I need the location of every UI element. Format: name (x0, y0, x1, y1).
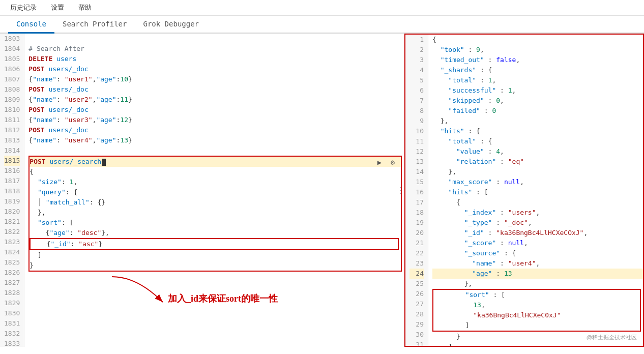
code-line: # Search After (28, 44, 404, 54)
json-line: "sort" : [ (433, 290, 640, 300)
code-line: {"age": "desc"}, (30, 228, 401, 238)
code-line: "size": 1, (30, 177, 401, 187)
json-line: "successful" : 1, (432, 85, 643, 96)
json-line: "total" : { (432, 136, 643, 146)
json-line: "_source" : { (432, 248, 643, 258)
json-line: "took" : 9, (432, 45, 643, 55)
json-line: }, (432, 116, 643, 126)
code-line (28, 293, 404, 303)
code-line: ] (30, 250, 401, 260)
json-line: "hits" : { (432, 126, 643, 136)
right-line-numbers: 1 2 3 4 5 6 7 8 9 10 11 12 13 14 15 16 1 (405, 35, 428, 346)
main-content: 1803 1804 1805 1806 1807 1808 1809 1810 … (0, 34, 644, 347)
json-line: ] (433, 320, 640, 331)
json-line: "relation" : "eq" (432, 157, 643, 167)
code-line (28, 334, 404, 344)
red-box-id-sort: {"_id": "asc"} (30, 238, 399, 250)
right-code-content: { "took" : 9, "timed_out" : false, "_sha… (428, 35, 643, 346)
json-response-border: 1 2 3 4 5 6 7 8 9 10 11 12 13 14 15 16 1 (404, 34, 644, 347)
settings-button[interactable]: ⚙ (388, 158, 398, 168)
left-code-content: # Search After DELETE users POST users/_… (24, 34, 404, 347)
json-line: "max_score" : null, (432, 177, 643, 187)
code-line: {"name": "user3","age":12} (28, 115, 404, 125)
menu-settings[interactable]: 设置 (49, 2, 66, 13)
tab-bar: Console Search Profiler Grok Debugger (0, 16, 644, 34)
active-query-block: ▶ ⚙ POST users/_search { "size": 1, "que… (28, 156, 402, 272)
json-line: ] (432, 342, 643, 346)
code-line (28, 313, 404, 323)
code-line: "sort": [ (30, 218, 401, 228)
code-line: {"name": "user2","age":11} (28, 95, 404, 105)
json-line: "_score" : null, (432, 238, 643, 248)
code-line: DELETE users (28, 54, 404, 64)
code-line (28, 323, 404, 334)
json-line: "total" : 1, (432, 75, 643, 85)
code-line (28, 344, 404, 347)
json-line: "ka36BngBc4LlHCXeC0xJ" (433, 310, 640, 320)
json-line: "failed" : 0 (432, 106, 643, 116)
tab-grok-debugger[interactable]: Grok Debugger (135, 16, 207, 34)
right-panel: 1 2 3 4 5 6 7 8 9 10 11 12 13 14 15 16 1 (404, 34, 644, 347)
code-line: {"name": "user4","age":13} (28, 135, 404, 145)
json-line: "skipped" : 0, (432, 96, 643, 106)
menu-history[interactable]: 历史记录 (8, 2, 39, 13)
menu-help[interactable]: 帮助 (76, 2, 94, 13)
json-line: }, (432, 279, 643, 289)
code-line (28, 273, 404, 283)
json-line: "_index" : "users", (432, 208, 643, 218)
query-toolbar: ▶ ⚙ (374, 158, 398, 168)
code-line: { (30, 167, 401, 177)
json-line: "hits" : [ (432, 187, 643, 197)
sort-red-box: "sort" : [ 13, "ka36BngBc4LlHCXeC0xJ" ] (432, 289, 641, 332)
json-line: "_type" : "_doc", (432, 218, 643, 228)
code-line: "query": { (30, 187, 401, 197)
code-line: {"_id": "asc"} (31, 239, 398, 249)
code-line (28, 145, 404, 156)
json-line-highlighted: "age" : 13 (432, 269, 643, 279)
code-line: POST users/_doc (28, 105, 404, 115)
code-line (28, 283, 404, 293)
json-line: "_id" : "ka36BngBc4LlHCXeCOxJ", (432, 228, 643, 238)
json-line: 13, (433, 300, 640, 310)
tab-console[interactable]: Console (8, 16, 54, 34)
code-line: }, (30, 208, 401, 218)
json-line: { (432, 197, 643, 208)
json-line: }, (432, 167, 643, 177)
drag-handle[interactable]: ⋮ (397, 34, 404, 347)
run-button[interactable]: ▶ (374, 158, 385, 168)
json-line: "timed_out" : false, (432, 55, 643, 65)
code-line: │ "match_all": {} (30, 197, 401, 208)
code-line (28, 303, 404, 313)
code-line: } (30, 260, 401, 271)
json-line: "_shards" : { (432, 65, 643, 75)
right-code-area[interactable]: 1 2 3 4 5 6 7 8 9 10 11 12 13 14 15 16 1 (405, 35, 643, 346)
menu-bar: 历史记录 设置 帮助 (0, 0, 644, 16)
code-line: POST users/_doc (28, 84, 404, 95)
json-line: "name" : "user4", (432, 258, 643, 269)
json-line: "value" : 4, (432, 146, 643, 157)
left-line-numbers: 1803 1804 1805 1806 1807 1808 1809 1810 … (0, 34, 24, 347)
tab-search-profiler[interactable]: Search Profiler (54, 16, 135, 34)
code-line: POST users/_search (30, 157, 401, 167)
code-line: POST users/_doc (28, 64, 404, 74)
code-line: {"name": "user1","age":10} (28, 74, 404, 84)
code-line (28, 34, 404, 44)
left-panel: 1803 1804 1805 1806 1807 1808 1809 1810 … (0, 34, 404, 347)
left-code-area[interactable]: 1803 1804 1805 1806 1807 1808 1809 1810 … (0, 34, 404, 347)
code-line: POST users/_doc (28, 125, 404, 135)
json-line: { (432, 35, 643, 45)
json-line: } (432, 332, 643, 342)
